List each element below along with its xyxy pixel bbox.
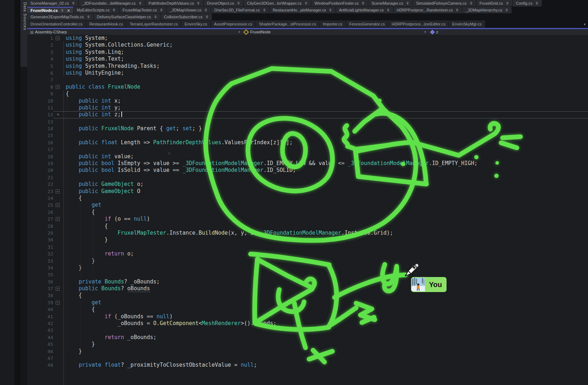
code-line: 34 } bbox=[27, 264, 588, 271]
tab-fruxelnode-cs[interactable]: FruxelNode.cs✕ bbox=[27, 7, 73, 13]
tab-droneorientationcontroller-cs[interactable]: DroneOrientationController.cs bbox=[27, 20, 86, 28]
tab--3dmaphierarchy-cs[interactable]: _3DMapHierarchy.cs bbox=[462, 7, 512, 13]
chevron-down-icon[interactable]: ▾ bbox=[238, 29, 240, 34]
line-number: 28 bbox=[27, 223, 53, 230]
fold-margin bbox=[53, 348, 62, 355]
code-text: { bbox=[62, 195, 82, 202]
fold-collapse-icon[interactable]: − bbox=[56, 85, 60, 89]
line-number: 27 bbox=[27, 216, 53, 222]
tab-droneobject-cs[interactable]: DroneObject.cs bbox=[204, 0, 243, 6]
tab-importer-cs[interactable]: Importer.cs bbox=[319, 20, 345, 28]
tab-shaderpackage-stprocessor-cs[interactable]: ShaderPackage...stProcessor.cs bbox=[256, 20, 319, 28]
fold-collapse-icon[interactable]: − bbox=[56, 217, 60, 221]
pin-icon[interactable] bbox=[361, 2, 365, 5]
code-line: 30 } bbox=[27, 236, 588, 243]
pin-icon[interactable] bbox=[387, 9, 390, 12]
fold-collapse-icon[interactable]: − bbox=[56, 287, 60, 291]
fold-margin bbox=[53, 264, 62, 271]
tab-label: Config.cs bbox=[516, 1, 532, 5]
tab-overflow-button[interactable]: ▾ bbox=[584, 22, 585, 26]
tab-label: Generator2ExportMapTools.cs bbox=[31, 15, 84, 19]
pin-icon[interactable] bbox=[456, 9, 459, 12]
tab-terrainlayerrandomizer-cs[interactable]: TerrainLayerRandomizer.cs bbox=[126, 20, 181, 28]
line-number: 41 bbox=[27, 313, 53, 320]
tab-restauranthook-cs[interactable]: RestaurantHook.cs bbox=[86, 20, 126, 28]
chevron-down-icon[interactable]: ▾ bbox=[424, 29, 426, 34]
tab-fencesgenerator-cs[interactable]: FencesGenerator.cs bbox=[346, 20, 388, 28]
pin-icon[interactable] bbox=[506, 2, 509, 5]
tab-pathfinderdepthvalues-cs[interactable]: PathfinderDepthValues.cs bbox=[145, 0, 203, 6]
tab--3dmapviewer-cs[interactable]: _3DMapViewer.cs bbox=[167, 7, 211, 13]
code-text: public int y; bbox=[62, 104, 121, 111]
tab-assetpreprocessor-cs[interactable]: AssetPreprocessor.cs bbox=[211, 20, 255, 28]
pin-icon[interactable] bbox=[535, 2, 538, 5]
fold-margin bbox=[53, 181, 62, 188]
pin-icon[interactable] bbox=[304, 2, 308, 5]
tab-restaurantho-plemanager-cs[interactable]: RestaurantHo...pleManager.cs bbox=[270, 7, 336, 13]
fold-collapse-icon[interactable]: − bbox=[56, 36, 60, 40]
pin-icon[interactable] bbox=[72, 2, 75, 5]
data-sources-vertical-tab[interactable]: Data Sources bbox=[20, 0, 28, 69]
fold-margin bbox=[53, 90, 62, 97]
fold-margin bbox=[53, 98, 62, 104]
pin-icon[interactable] bbox=[61, 9, 64, 12]
fold-margin bbox=[53, 355, 62, 362]
code-line: 42 _oBounds = O.GetComponent<MeshRendere… bbox=[27, 320, 588, 327]
pin-icon[interactable] bbox=[139, 2, 142, 5]
code-text: _oBounds = O.GetComponent<MeshRenderer>(… bbox=[62, 320, 276, 327]
pin-icon[interactable] bbox=[87, 15, 90, 19]
tab-envirosky-cs[interactable]: EnviroSky.cs bbox=[181, 20, 210, 28]
pin-icon[interactable] bbox=[154, 15, 157, 19]
code-line: 31 bbox=[27, 244, 588, 250]
pin-icon[interactable] bbox=[197, 2, 200, 5]
breadcrumb-project[interactable]: ▤ Assembly-CSharp bbox=[30, 29, 67, 34]
tab-enviroskymgr-cs[interactable]: EnviroSkyMgr.cs bbox=[449, 20, 485, 28]
pin-icon[interactable] bbox=[505, 9, 508, 12]
code-line: 39− get bbox=[27, 299, 588, 306]
tab--3dfoundatio-delmanager-cs[interactable]: _3DFoundatio...delManager.cs bbox=[79, 0, 145, 6]
code-editor[interactable]: ∷ 1−using System;2using System.Collectio… bbox=[27, 35, 588, 385]
fold-margin bbox=[53, 327, 62, 334]
pin-icon[interactable] bbox=[329, 9, 332, 12]
tab-config-cs[interactable]: Config.cs bbox=[513, 0, 542, 6]
tab-onesec3d-fileformat-cs[interactable]: OneSec3D_FileFormat.cs bbox=[211, 7, 269, 13]
tab-scenemanager-02-cs[interactable]: SceneManager_02.cs bbox=[27, 0, 78, 6]
tab-fruxelmaptester-cs[interactable]: FruxelMapTester.cs bbox=[119, 7, 166, 13]
fold-collapse-icon[interactable]: − bbox=[56, 189, 60, 193]
tab-artificiallightsmanager-cs[interactable]: ArtificialLightsManager.cs bbox=[336, 7, 393, 13]
pin-icon[interactable] bbox=[160, 9, 163, 12]
tab-windowpositionfinder-cs[interactable]: WindowPositionFinder.cs bbox=[311, 0, 368, 6]
breadcrumb-type[interactable]: FruxelNode bbox=[244, 29, 271, 34]
pin-icon[interactable] bbox=[112, 9, 116, 12]
tab-collisionsubscriber-cs[interactable]: CollisionSubscriber.cs bbox=[161, 14, 212, 20]
pin-icon[interactable] bbox=[263, 9, 266, 12]
line-number: 44 bbox=[27, 334, 53, 341]
code-text: private float? _proximityToClosestObstac… bbox=[62, 362, 257, 368]
fold-collapse-icon[interactable]: − bbox=[56, 301, 60, 305]
tab-deliverysurfaceclasshelper-cs[interactable]: DeliverySurfaceClassHelper.cs bbox=[94, 14, 160, 20]
tab-scenemanager-cs[interactable]: SceneManager.cs bbox=[368, 0, 412, 6]
fold-guide bbox=[64, 90, 64, 385]
pin-icon[interactable] bbox=[237, 2, 240, 5]
tab-label: HDRPPostproce...izerEditor.cs bbox=[392, 22, 445, 26]
tab-generator2exportmaptools-cs[interactable]: Generator2ExportMapTools.cs bbox=[27, 14, 93, 20]
tab-fruxelgrid-cs[interactable]: FruxelGrid.cs bbox=[476, 0, 512, 6]
code-text: get bbox=[62, 299, 101, 306]
pin-icon[interactable] bbox=[470, 2, 473, 5]
breadcrumb-member[interactable]: z bbox=[431, 29, 438, 34]
tab-myeditorscripts-cs[interactable]: MyEditorScripts.cs bbox=[74, 7, 119, 13]
close-icon[interactable]: ✕ bbox=[67, 9, 70, 13]
code-line: 10 public int x; bbox=[27, 98, 588, 104]
tab-citygen3dgen-torwrapper-cs[interactable]: CityGen3DGen...torWrapper.cs bbox=[244, 0, 311, 6]
tab-simulatedfisheyecamera-cs[interactable]: SimulatedFisheyeCamera.cs bbox=[413, 0, 476, 6]
code-text: public GameObject O bbox=[62, 188, 140, 195]
line-number: 11 bbox=[27, 104, 53, 111]
code-line: 40 { bbox=[27, 306, 588, 313]
fold-collapse-icon[interactable]: − bbox=[56, 203, 60, 207]
pin-icon[interactable] bbox=[406, 2, 409, 5]
pin-icon[interactable] bbox=[205, 15, 209, 19]
tab-hdrppostproc-randomizer-cs[interactable]: HDRPPostproc...Randomizer.cs bbox=[393, 7, 462, 13]
pin-icon[interactable] bbox=[204, 9, 207, 12]
tab-hdrppostproce-izereditor-cs[interactable]: HDRPPostproce...izerEditor.cs bbox=[388, 20, 449, 28]
fold-margin bbox=[53, 118, 62, 125]
